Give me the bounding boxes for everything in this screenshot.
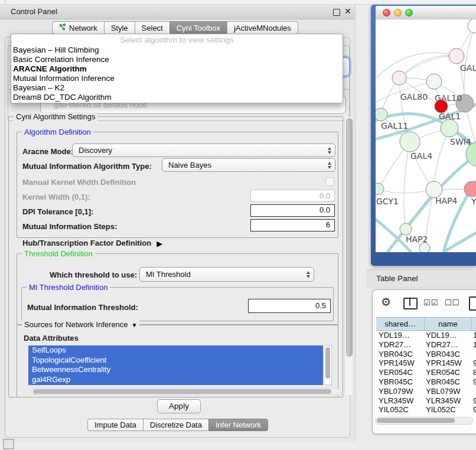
- cell-shared-name: YIL052C: [376, 405, 425, 415]
- network-node[interactable]: [449, 48, 464, 64]
- network-window-titlebar[interactable]: [376, 6, 476, 20]
- data-attributes-list: SelfLoops TopologicalCoefficient Between…: [28, 345, 323, 385]
- threshold-definition-title: Threshold Definition: [22, 249, 95, 258]
- network-canvas[interactable]: GAL GAL80 GAL10 GAL1 GAL11 SWI4 GAL4 GCY…: [376, 19, 476, 252]
- mi-threshold-field[interactable]: 0.5: [248, 299, 331, 313]
- apply-button[interactable]: Apply: [157, 399, 201, 413]
- control-panel-tabbar: Network Style Select Cyni Toolbox jActiv…: [52, 21, 298, 34]
- data-attribute-item-selected[interactable]: TopologicalCoefficient: [28, 356, 323, 366]
- network-node-gal4[interactable]: [400, 132, 420, 152]
- cell-shared-name: YBL079W: [376, 387, 425, 396]
- table-row[interactable]: YIL052C YIL052C 9: [376, 405, 476, 415]
- table-row[interactable]: YDL19… YDL19… 13: [376, 331, 476, 340]
- network-node[interactable]: [468, 19, 476, 33]
- cell-value: 9.: [472, 396, 476, 406]
- algorithm-dropdown-item[interactable]: Bayesian – Hill Climbing: [11, 45, 343, 55]
- tab-select[interactable]: Select: [135, 21, 169, 34]
- data-attribute-item-selected[interactable]: gal4RGexp: [28, 375, 323, 385]
- table-row[interactable]: YLR345W YLR345W 9.: [376, 396, 476, 406]
- zoom-traffic-light-icon[interactable]: [405, 9, 413, 17]
- network-node[interactable]: [419, 243, 430, 252]
- network-node-salmon[interactable]: [464, 181, 476, 197]
- scrollbar-thumb[interactable]: [33, 389, 331, 394]
- network-node-gal11[interactable]: [376, 108, 387, 121]
- table-row[interactable]: YBR045C YBR045C 9.: [376, 377, 476, 387]
- which-threshold-combobox[interactable]: MI Threshold: [139, 267, 314, 282]
- tab-infer-network[interactable]: Infer Network: [208, 419, 268, 431]
- node-label: GAL11: [381, 121, 408, 131]
- which-threshold-label: Which threshold to use:: [50, 270, 137, 279]
- data-attribute-item-selected[interactable]: BetweennessCentrality: [28, 365, 323, 375]
- algorithm-dropdown-item[interactable]: Basic Correlation Inference: [11, 55, 343, 64]
- close-traffic-light-icon[interactable]: [383, 9, 390, 17]
- kernel-width-label: Kernel Width (0,1):: [22, 193, 90, 201]
- mi-algorithm-type-label: Mutual Information Algorithm Type:: [22, 162, 152, 171]
- table-panel-title: Table Panel: [376, 274, 418, 283]
- network-node-gal10[interactable]: [426, 74, 442, 89]
- network-node-gcy1[interactable]: [376, 183, 384, 195]
- node-label: GAL1: [439, 112, 461, 121]
- data-attribute-item-selected[interactable]: SelfLoops: [28, 345, 323, 356]
- tab-impute-data[interactable]: Impute Data: [87, 419, 143, 431]
- tab-cyni-toolbox[interactable]: Cyni Toolbox: [169, 21, 227, 34]
- settings-vertical-scrollbar[interactable]: [344, 117, 353, 395]
- network-node-gal80[interactable]: [392, 71, 406, 85]
- algorithm-dropdown-item[interactable]: Mutual Information Inference: [11, 74, 343, 83]
- column-visibility-icon[interactable]: [403, 298, 418, 309]
- sources-title-label: Sources for Network Inference: [24, 320, 128, 329]
- document-icon[interactable]: [469, 296, 476, 311]
- mi-steps-field[interactable]: 6: [250, 219, 335, 231]
- scrollbar-thumb[interactable]: [325, 347, 330, 379]
- float-panel-icon[interactable]: [333, 9, 340, 16]
- cell-shared-name: YBR045C: [376, 377, 425, 387]
- gear-icon[interactable]: ⚙: [381, 296, 391, 309]
- stepper-arrows-icon: [328, 162, 331, 169]
- cell-value: 9.: [472, 358, 476, 368]
- tab-discretize-data[interactable]: Discretize Data: [143, 419, 208, 431]
- cell-value: 9.: [472, 377, 476, 387]
- algorithm-dropdown-item[interactable]: Dream8 DC_TDC Algorithm: [11, 93, 343, 102]
- hub-tf-definition-label: Hub/Transcription Factor Definition: [22, 239, 151, 247]
- manual-kernel-width-checkbox[interactable]: [325, 177, 334, 186]
- algorithm-dropdown-item[interactable]: ARACNE Algorithm: [11, 64, 343, 74]
- aracne-mode-combobox[interactable]: Discovery: [72, 144, 335, 157]
- attributes-horizontal-scrollbar[interactable]: [31, 388, 342, 395]
- tab-impute-data-label: Impute Data: [94, 420, 136, 429]
- minimize-traffic-light-icon[interactable]: [394, 9, 402, 17]
- scrollbar-thumb[interactable]: [346, 118, 353, 357]
- kernel-width-field[interactable]: 0.0: [250, 190, 335, 202]
- table-row[interactable]: YPR145W YPR145W 9.: [376, 358, 476, 368]
- table-row[interactable]: YER054C YER054C 8.: [376, 368, 476, 377]
- attributes-vertical-scrollbar[interactable]: [324, 345, 332, 385]
- node-label: Y: [471, 197, 476, 206]
- tab-network[interactable]: Network: [52, 21, 104, 34]
- column-header-name[interactable]: name: [425, 318, 472, 330]
- aracne-mode-label: Aracne Mode:: [22, 147, 73, 156]
- table-row[interactable]: YDR27… YDR27… 12: [376, 340, 476, 350]
- hub-tf-definition-toggle[interactable]: Hub/Transcription Factor Definition▶: [22, 239, 162, 247]
- table-row[interactable]: YBR043C YBR043C: [376, 350, 476, 359]
- tab-jactivemnodules[interactable]: jActiveMNodules: [227, 21, 298, 34]
- tab-style[interactable]: Style: [104, 21, 135, 34]
- select-all-checkboxes-icon[interactable]: ☑☑: [423, 298, 438, 307]
- deselect-all-checkboxes-icon[interactable]: ☐☐: [445, 298, 459, 307]
- network-node-hap4[interactable]: [426, 181, 442, 198]
- cell-shared-name: YPR145W: [376, 358, 425, 368]
- data-attributes-label: Data Attributes: [24, 334, 79, 343]
- network-node-swi4[interactable]: [441, 119, 458, 137]
- algorithm-dropdown-list: Bayesian – Hill Climbing Basic Correlati…: [11, 45, 343, 102]
- algorithm-dropdown-item[interactable]: Bayesian – K2: [11, 83, 343, 93]
- mi-algorithm-type-combobox[interactable]: Naive Bayes: [162, 158, 335, 172]
- node-label: GCY1: [376, 197, 399, 206]
- table-row[interactable]: YBL079W YBL079W: [376, 387, 476, 396]
- table-horizontal-scrollbar[interactable]: [375, 417, 473, 425]
- sources-title[interactable]: Sources for Network Inference▼: [22, 320, 139, 329]
- cell-shared-name: YDR27…: [376, 340, 425, 350]
- dpi-tolerance-field[interactable]: 0.0: [250, 204, 335, 217]
- scrollbar-thumb[interactable]: [377, 418, 455, 423]
- panel-grip[interactable]: [3, 439, 14, 449]
- network-node-hap2[interactable]: [400, 223, 412, 235]
- close-icon[interactable]: ✕: [344, 6, 351, 16]
- column-header-shared-name[interactable]: shared…: [376, 318, 425, 330]
- column-header-partial[interactable]: [472, 318, 476, 330]
